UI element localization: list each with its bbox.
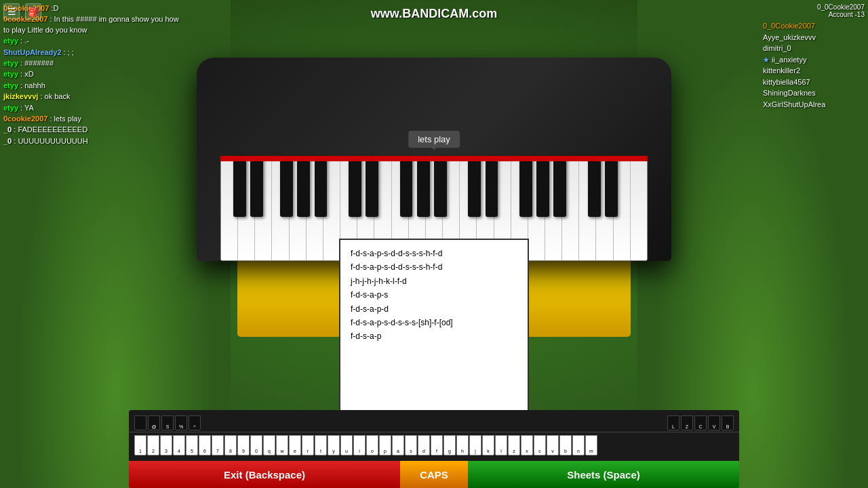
mini-white-key[interactable]: 6 — [199, 435, 211, 455]
mini-black-key[interactable]: V — [708, 415, 720, 430]
mini-white-key[interactable]: a — [392, 435, 404, 455]
player-entry: kittenkiller2 — [763, 65, 865, 77]
mini-white-key[interactable]: w — [276, 435, 288, 455]
mini-white-key[interactable]: q — [263, 435, 275, 455]
chat-line: etyy : nahhh — [3, 81, 180, 91]
mini-black-key[interactable]: % — [175, 415, 187, 430]
mini-white-key[interactable]: d — [418, 435, 430, 455]
piano-key[interactable] — [290, 157, 307, 260]
chat-message: : ; ; — [64, 48, 74, 56]
chat-line: etyy : ####### — [3, 58, 180, 68]
mini-white-key[interactable]: u — [340, 435, 353, 455]
speech-text: lets play — [418, 134, 450, 144]
chat-username: _0 — [3, 125, 12, 134]
exit-button[interactable]: Exit (Backspace) — [129, 461, 400, 488]
piano-key[interactable] — [562, 157, 579, 260]
mini-white-key[interactable]: h — [456, 435, 469, 455]
caps-button[interactable]: CAPS — [400, 461, 468, 488]
mini-white-key[interactable]: p — [379, 435, 391, 455]
chat-username: _0 — [3, 137, 12, 145]
mini-black-key[interactable]: L — [667, 415, 679, 430]
mini-white-key[interactable]: r — [302, 435, 314, 455]
piano-key[interactable] — [614, 157, 631, 260]
right-mini-piano: L Z C V B — [667, 415, 734, 430]
chat-line: ShutUpAlready2 : ; ; — [3, 47, 180, 58]
sheet-line: j-h-j-h-j-h-k-l-f-d — [351, 274, 517, 288]
mini-white-key[interactable]: s — [405, 435, 417, 455]
chat-message: : nahhh — [20, 81, 45, 89]
mini-white-key[interactable]: z — [508, 435, 520, 455]
mini-white-key[interactable]: c — [534, 435, 546, 455]
chat-message: :D — [51, 4, 58, 12]
mini-white-key[interactable]: y — [328, 435, 340, 455]
chat-line: jkizkevvvj : ok back — [3, 92, 180, 102]
chat-message: : FADEEEEEEEEEED — [14, 125, 87, 134]
chat-message: : .- — [20, 37, 29, 45]
piano-key[interactable] — [579, 157, 596, 260]
player-entry: ★ ii_anxietyy — [763, 54, 865, 66]
mini-black-key[interactable]: @ — [148, 415, 160, 430]
chat-username: ShutUpAlready2 — [3, 48, 62, 56]
chat-panel: 0Cookie2007 :D 0cookie2007 : In this ###… — [0, 0, 183, 150]
chat-message: : xD — [20, 70, 34, 78]
mini-white-key[interactable]: 2 — [147, 435, 159, 455]
mini-white-key[interactable]: b — [559, 435, 572, 455]
piano-key[interactable] — [307, 157, 323, 260]
mini-white-key[interactable]: 8 — [224, 435, 237, 455]
white-key-row: 1 2 3 4 5 6 7 8 9 0 q w e r t y u i o p … — [129, 432, 739, 458]
mini-white-key[interactable]: n — [572, 435, 585, 455]
chat-line: etyy : xD — [3, 69, 180, 79]
mini-white-key[interactable]: k — [482, 435, 494, 455]
chat-line: _0 : FADEEEEEEEEEED — [3, 125, 180, 135]
speech-bubble: lets play — [408, 131, 460, 148]
piano-key[interactable] — [323, 157, 340, 260]
account-sub: Account -13 — [763, 11, 865, 18]
mini-white-key[interactable]: 9 — [237, 435, 250, 455]
mini-white-key[interactable]: m — [585, 435, 597, 455]
piano-key[interactable] — [631, 157, 647, 260]
chat-username: jkizkevvvj — [3, 92, 38, 100]
piano-key[interactable] — [238, 157, 255, 260]
mini-black-key[interactable]: C — [694, 415, 707, 430]
mini-white-key[interactable]: 3 — [160, 435, 172, 455]
piano-key[interactable] — [545, 157, 562, 260]
chat-line: 0cookie2007 : lets play — [3, 114, 180, 124]
mini-black-key[interactable]: B — [722, 415, 734, 430]
mini-white-key[interactable]: 1 — [134, 435, 146, 455]
mini-white-key[interactable]: e — [289, 435, 301, 455]
black-key-row: @ S % ^ L Z C V B — [129, 410, 739, 432]
chat-line: etyy : YA — [3, 103, 180, 113]
mini-white-key[interactable]: 4 — [173, 435, 185, 455]
mini-white-key[interactable]: j — [469, 435, 481, 455]
mini-white-key[interactable]: v — [547, 435, 559, 455]
piano-key[interactable] — [596, 157, 613, 260]
sheet-line: f-d-s-a-p-d — [351, 302, 517, 316]
piano-key[interactable] — [272, 157, 289, 260]
mini-white-key[interactable]: i — [353, 435, 366, 455]
piano-key[interactable] — [528, 157, 545, 260]
account-info: 0_0Cookie2007 Account -13 — [763, 3, 865, 18]
mini-black-key[interactable]: S — [161, 415, 174, 430]
sheet-panel: f-d-s-a-p-s-d-d-s-s-s-h-f-d f-d-s-a-p-s-… — [339, 239, 529, 422]
mini-white-key[interactable]: g — [443, 435, 456, 455]
mini-white-key[interactable]: x — [521, 435, 533, 455]
mini-black-key[interactable] — [134, 415, 146, 430]
mini-white-key[interactable]: t — [315, 435, 327, 455]
mini-white-key[interactable]: f — [431, 435, 443, 455]
mini-white-key[interactable]: 5 — [186, 435, 198, 455]
sheets-button[interactable]: Sheets (Space) — [468, 461, 739, 488]
piano-key[interactable] — [255, 157, 272, 260]
bag-icon[interactable]: 🎒 — [25, 3, 41, 20]
piano-key[interactable] — [221, 157, 238, 260]
mini-keyboard[interactable]: @ S % ^ L Z C V B 1 2 3 4 5 6 7 8 9 0 q … — [129, 410, 739, 461]
chat-message: : ok back — [40, 92, 70, 100]
mini-black-key[interactable]: ^ — [189, 415, 201, 430]
mini-black-key[interactable]: Z — [681, 415, 693, 430]
mini-white-key[interactable]: l — [495, 435, 507, 455]
mini-white-key[interactable]: 7 — [212, 435, 224, 455]
menu-icon[interactable]: ☰ — [3, 3, 20, 20]
mini-white-key[interactable]: o — [366, 435, 378, 455]
chat-username: etyy — [3, 104, 18, 112]
mini-white-key[interactable]: 0 — [250, 435, 262, 455]
watermark: www.BANDICAM.com — [371, 7, 497, 21]
